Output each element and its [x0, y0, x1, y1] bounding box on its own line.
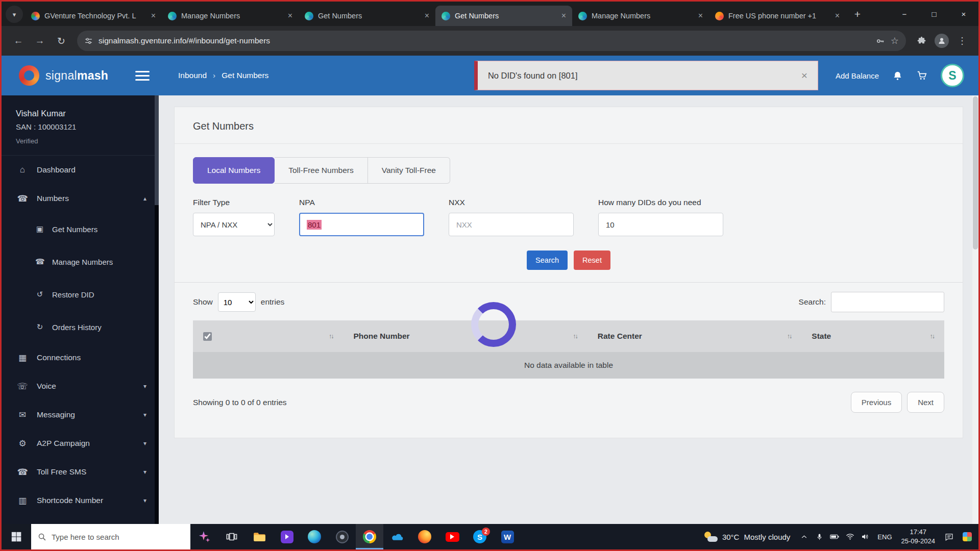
select-all-checkbox[interactable] — [203, 332, 212, 341]
chrome-icon[interactable] — [356, 524, 383, 549]
rate-center-column-header[interactable]: Rate Center ↑↓ — [587, 320, 802, 352]
tab-title: GVenture Technology Pvt. L — [44, 12, 144, 20]
file-explorer-icon[interactable] — [246, 524, 273, 549]
tray-expand-icon[interactable] — [796, 534, 812, 540]
wifi-icon[interactable] — [842, 533, 857, 540]
phone-number-column-header[interactable]: Phone Number ↑↓ — [343, 320, 587, 352]
npa-input[interactable]: 801 — [299, 213, 424, 236]
browser-tab-get-numbers-1[interactable]: Get Numbers × — [299, 6, 435, 26]
alert-close-icon[interactable]: × — [799, 69, 810, 82]
address-bar[interactable]: signalmash.gventure.info/#/inbound/get-n… — [77, 31, 906, 51]
tab-close-icon[interactable]: × — [286, 11, 295, 20]
taskbar-clock[interactable]: 17:47 25-09-2024 — [897, 528, 940, 546]
action-center-icon[interactable] — [940, 533, 958, 541]
add-balance-link[interactable]: Add Balance — [836, 71, 879, 80]
sort-icon[interactable]: ↑↓ — [573, 333, 577, 340]
dids-needed-input[interactable] — [598, 213, 723, 236]
browser-tab-gventure[interactable]: GVenture Technology Pvt. L × — [25, 6, 162, 26]
back-icon[interactable]: ← — [9, 31, 28, 51]
sidebar-item-restore-did[interactable]: ↺ Restore DID — [2, 278, 159, 311]
tab-vanity-toll-free[interactable]: Vanity Toll-Free — [368, 157, 450, 184]
shield-icon: ▣ — [35, 224, 44, 234]
tab-toll-free-numbers[interactable]: Toll-Free Numbers — [275, 157, 368, 184]
sidebar-item-connections[interactable]: ▦ Connections — [2, 343, 159, 372]
battery-icon[interactable] — [827, 533, 842, 540]
table-search-input[interactable] — [831, 292, 944, 312]
state-column-header[interactable]: State ↑↓ — [801, 320, 944, 352]
browser-tab-free-us-number[interactable]: Free US phone number +1 × — [709, 6, 846, 26]
browser-menu-icon[interactable]: ⋮ — [953, 32, 971, 50]
tab-close-icon[interactable]: × — [423, 11, 431, 20]
browser-tab-manage-numbers-1[interactable]: Manage Numbers × — [162, 6, 299, 26]
sidebar-toggle-icon[interactable] — [135, 71, 150, 81]
nxx-input[interactable] — [449, 213, 574, 236]
bookmark-star-icon[interactable]: ☆ — [891, 35, 899, 46]
tab-close-icon[interactable]: × — [696, 11, 705, 20]
tab-close-icon[interactable]: × — [149, 11, 158, 20]
word-icon[interactable]: W — [494, 524, 521, 549]
onedrive-cloud-icon[interactable] — [383, 524, 411, 549]
screen-recorder-icon[interactable] — [958, 532, 976, 541]
new-tab-button[interactable]: + — [848, 5, 867, 24]
breadcrumb-inbound[interactable]: Inbound — [178, 71, 207, 80]
sidebar-item-orders-history[interactable]: ↻ Orders History — [2, 311, 159, 343]
number-type-tabs: Local Numbers Toll-Free Numbers Vanity T… — [175, 144, 963, 186]
sort-icon[interactable]: ↑↓ — [787, 333, 792, 340]
volume-icon[interactable] — [857, 533, 873, 540]
weather-widget[interactable]: 30°C Mostly cloudy — [698, 532, 796, 542]
task-view-icon[interactable] — [218, 524, 246, 549]
sidebar-item-dashboard[interactable]: ⌂ Dashboard — [2, 156, 159, 184]
maximize-button[interactable]: □ — [919, 2, 949, 26]
next-page-button[interactable]: Next — [907, 392, 944, 413]
reload-icon[interactable]: ↻ — [52, 31, 71, 51]
close-button[interactable]: × — [949, 2, 978, 26]
signalmash-favicon — [442, 12, 450, 20]
sidebar-item-toll-free-sms[interactable]: ☎ Toll Free SMS ▾ — [2, 458, 159, 486]
url-text[interactable]: signalmash.gventure.info/#/inbound/get-n… — [99, 36, 870, 45]
sidebar-scrollbar[interactable] — [155, 95, 159, 524]
skype-icon[interactable]: S2 — [466, 524, 494, 549]
language-indicator[interactable]: ENG — [873, 533, 896, 541]
start-button[interactable] — [2, 524, 31, 549]
sidebar-item-shortcode-number[interactable]: ▥ Shortcode Number ▾ — [2, 486, 159, 515]
tab-search-icon[interactable]: ▾ — [6, 6, 23, 23]
entries-per-page-select[interactable]: 10 — [218, 292, 256, 312]
password-key-icon[interactable] — [875, 36, 885, 46]
cart-icon[interactable] — [916, 70, 927, 81]
signalmash-logo[interactable]: signalmash — [2, 65, 124, 86]
sidebar-item-a2p-campaign[interactable]: ⚙ A2P Campaign ▾ — [2, 429, 159, 458]
firefox-icon[interactable] — [411, 524, 438, 549]
tab-close-icon[interactable]: × — [833, 11, 842, 20]
sidebar-item-messaging[interactable]: ✉ Messaging ▾ — [2, 400, 159, 429]
extensions-icon[interactable] — [912, 32, 930, 50]
forward-icon[interactable]: → — [30, 31, 50, 51]
media-player-icon[interactable] — [273, 524, 301, 549]
profile-avatar[interactable] — [933, 32, 951, 50]
page-scrollbar[interactable] — [972, 95, 978, 524]
user-avatar[interactable]: S — [941, 64, 964, 87]
search-button[interactable]: Search — [527, 251, 568, 270]
notifications-bell-icon[interactable] — [892, 70, 903, 81]
sidebar-item-manage-numbers[interactable]: ☎ Manage Numbers — [2, 245, 159, 278]
dark-app-icon[interactable] — [328, 524, 356, 549]
previous-page-button[interactable]: Previous — [851, 392, 902, 413]
copilot-icon[interactable] — [190, 524, 218, 549]
breadcrumb-get-numbers[interactable]: Get Numbers — [222, 71, 268, 80]
browser-tab-get-numbers-active[interactable]: Get Numbers × — [435, 6, 572, 26]
edge-icon[interactable] — [301, 524, 328, 549]
youtube-icon[interactable] — [438, 524, 466, 549]
sort-icon[interactable]: ↑↓ — [329, 333, 333, 340]
sidebar-item-voice[interactable]: ☏ Voice ▾ — [2, 372, 159, 400]
tab-local-numbers[interactable]: Local Numbers — [193, 157, 275, 184]
taskbar-search-box[interactable]: Type here to search — [31, 524, 190, 549]
tab-close-icon[interactable]: × — [559, 11, 568, 20]
microphone-icon[interactable] — [812, 533, 827, 541]
sidebar-item-numbers[interactable]: ☎ Numbers ▴ — [2, 184, 159, 213]
sidebar-item-get-numbers[interactable]: ▣ Get Numbers — [2, 213, 159, 245]
site-settings-icon[interactable] — [84, 37, 93, 45]
browser-tab-manage-numbers-2[interactable]: Manage Numbers × — [572, 6, 709, 26]
minimize-button[interactable]: − — [890, 2, 919, 26]
reset-button[interactable]: Reset — [574, 251, 610, 270]
filter-type-select[interactable]: NPA / NXX — [193, 213, 275, 236]
sort-icon[interactable]: ↑↓ — [929, 333, 934, 340]
